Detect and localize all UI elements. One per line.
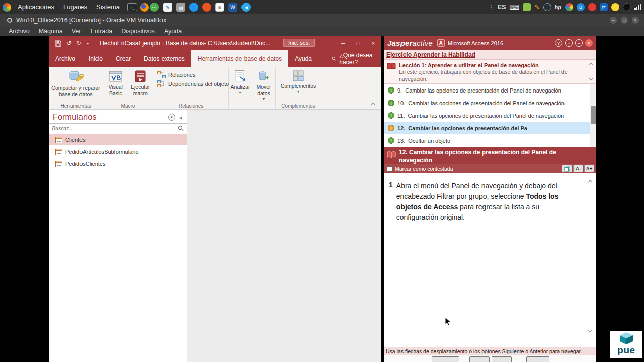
tray-overflow-icon[interactable]: ⋮: [488, 4, 494, 11]
pue-wordmark: pue: [617, 345, 635, 355]
lesson-header[interactable]: Lección 1: Aprender a utilizar el Panel …: [384, 60, 596, 84]
task-status-icon: !: [388, 87, 394, 94]
language-indicator[interactable]: ES: [498, 4, 506, 11]
save-icon[interactable]: [55, 40, 61, 47]
navigation-pane: Formularios ▾ « Clientes: [49, 110, 187, 362]
redo-icon[interactable]: ↻: [76, 40, 82, 47]
dark-tray-icon[interactable]: [543, 3, 551, 11]
menu-lugares[interactable]: Lugares: [59, 0, 92, 14]
vm-menu-ayuda[interactable]: Ayuda: [159, 28, 186, 35]
nav-item-clientes[interactable]: Clientes: [49, 134, 187, 145]
access-minimize-button[interactable]: ─: [336, 36, 351, 50]
word-app-icon[interactable]: W: [228, 3, 237, 12]
tab-datos-externos[interactable]: Datos externos: [137, 50, 191, 67]
mark-answered-checkbox[interactable]: [387, 166, 392, 172]
visual-basic-button[interactable]: Visual Basic: [103, 68, 128, 98]
lesson-scroll-up-icon[interactable]: [589, 63, 593, 67]
analizar-button[interactable]: Analizar ▾: [229, 68, 252, 96]
vm-close-button[interactable]: ×: [632, 17, 639, 24]
tab-crear[interactable]: Crear: [109, 50, 137, 67]
ribbon-collapse-icon[interactable]: [371, 103, 375, 107]
blue-app-icon[interactable]: [189, 3, 198, 12]
vm-maximize-button[interactable]: □: [621, 17, 628, 24]
vm-minimize-button[interactable]: –: [610, 17, 617, 24]
sync-tray-icon[interactable]: ⇄: [600, 3, 608, 11]
red-badge-tray-icon[interactable]: [588, 3, 596, 11]
vm-menu-entrada[interactable]: Entrada: [86, 28, 117, 35]
compact-repair-button[interactable]: Compactar y reparar base de datos: [49, 68, 103, 99]
undo-icon[interactable]: ↺: [66, 40, 71, 47]
task-row-9[interactable]: ! 9. Cambiar las opciones de presentació…: [384, 84, 596, 97]
task-row-12-selected[interactable]: ! 12. Cambiar las opciones de presentaci…: [384, 122, 596, 134]
black-tray-icon[interactable]: [623, 3, 631, 11]
terminal-launcher-icon[interactable]: >_: [127, 3, 137, 11]
menu-sistema[interactable]: Sistema: [92, 0, 124, 14]
green-tray-icon[interactable]: [523, 3, 531, 11]
copy-button[interactable]: [562, 165, 572, 172]
run-macro-button[interactable]: Ejecutar macro: [128, 68, 153, 98]
search-icon[interactable]: [178, 125, 184, 131]
keyboard-layout-icon[interactable]: ⌨: [509, 3, 519, 11]
font-increase-button[interactable]: A+: [584, 165, 594, 172]
vm-menu-maquina[interactable]: Máquina: [34, 28, 67, 35]
task-row-11[interactable]: ! 11. Cambiar las opciones de presentaci…: [384, 109, 596, 122]
bluetooth-icon[interactable]: B: [577, 3, 585, 11]
nav-button-prev[interactable]: [469, 356, 490, 362]
jasper-restore-button[interactable]: ▫: [565, 39, 573, 47]
complementos-button[interactable]: Complementos ▾: [276, 68, 321, 95]
instruction-panel: 1 Abra el menú del Panel de navegación y…: [384, 173, 596, 347]
vm-menu-archivo[interactable]: Archivo: [4, 28, 34, 35]
menu-aplicaciones[interactable]: Aplicaciones: [13, 0, 59, 14]
instruction-scroll-up-icon[interactable]: [588, 180, 592, 184]
tab-archivo[interactable]: Archivo: [49, 50, 82, 67]
chat-app-icon[interactable]: ···: [150, 3, 159, 12]
access-close-button[interactable]: ×: [366, 36, 381, 50]
access-maximize-button[interactable]: □: [351, 36, 366, 50]
nav-item-pedidoarticulossubformulario[interactable]: PedidoArtículosSubformulario: [49, 146, 187, 157]
firefox-launcher-icon[interactable]: [140, 3, 149, 12]
tab-herramientas-base-datos[interactable]: Herramientas de base de datos: [191, 50, 288, 67]
orange-app-icon[interactable]: [202, 3, 211, 12]
instruction-scroll-down-icon[interactable]: [588, 328, 592, 332]
nav-button-next[interactable]: [492, 356, 512, 362]
notes-tray-icon[interactable]: ✎: [534, 4, 539, 11]
nav-pane-collapse-icon[interactable]: «: [179, 114, 183, 121]
ribbon-tab-bar: Archivo Inicio Crear Datos externos Herr…: [49, 50, 381, 67]
network-signal-icon[interactable]: [634, 4, 641, 10]
nav-menu-dropdown-icon[interactable]: ▾: [168, 114, 175, 121]
color-wheel-tray-icon[interactable]: [565, 3, 573, 11]
sign-in-button[interactable]: Inic. ses.: [283, 39, 315, 47]
mover-datos-dropdown-icon: ▾: [263, 97, 265, 101]
jasper-minimize-button[interactable]: –: [575, 39, 583, 47]
jasper-close-button[interactable]: ×: [585, 39, 593, 47]
task-list-scrollbar[interactable]: [590, 84, 596, 147]
scrollbar-thumb[interactable]: [591, 106, 596, 124]
vm-menu-ver[interactable]: Ver: [67, 28, 86, 35]
tab-inicio[interactable]: Inicio: [82, 50, 109, 67]
jasperactive-logo: Jasperactive: [387, 39, 433, 47]
tell-me-search[interactable]: ¿Qué desea hacer?: [332, 50, 381, 67]
jasper-help-button[interactable]: ?: [555, 39, 562, 47]
dependencias-button[interactable]: Dependencias del objeto: [157, 80, 229, 87]
nav-button-2[interactable]: [526, 356, 549, 362]
document-app-icon[interactable]: ≡: [215, 3, 224, 12]
mover-datos-button[interactable]: Mover datos ▾: [252, 68, 275, 103]
hp-tray-icon[interactable]: hp: [555, 4, 561, 10]
vm-menu-dispositivos[interactable]: Dispositivos: [117, 28, 159, 35]
task-status-icon: !: [388, 112, 394, 119]
distro-logo-icon[interactable]: [3, 3, 11, 12]
nav-item-pedidosclientes[interactable]: PedidosClientes: [49, 158, 187, 169]
telegram-icon[interactable]: ◄: [242, 3, 251, 12]
yellow-tray-icon[interactable]: [611, 3, 619, 11]
text-editor-icon[interactable]: ✎: [163, 3, 172, 12]
font-decrease-button[interactable]: A-: [573, 165, 583, 172]
task-row-10[interactable]: ! 10. Cambiar las opciones de presentaci…: [384, 97, 596, 109]
tab-ayuda[interactable]: Ayuda: [288, 50, 318, 67]
relaciones-button[interactable]: Relaciones: [157, 71, 229, 78]
file-manager-icon[interactable]: ▤: [176, 3, 185, 12]
qat-dropdown-icon[interactable]: ▾: [87, 41, 89, 46]
lesson-scroll-down-icon[interactable]: [589, 76, 593, 80]
nav-button-1[interactable]: [432, 356, 459, 362]
task-row-13[interactable]: ! 13. Ocultar un objeto: [384, 134, 596, 147]
nav-search-input[interactable]: [52, 125, 178, 132]
